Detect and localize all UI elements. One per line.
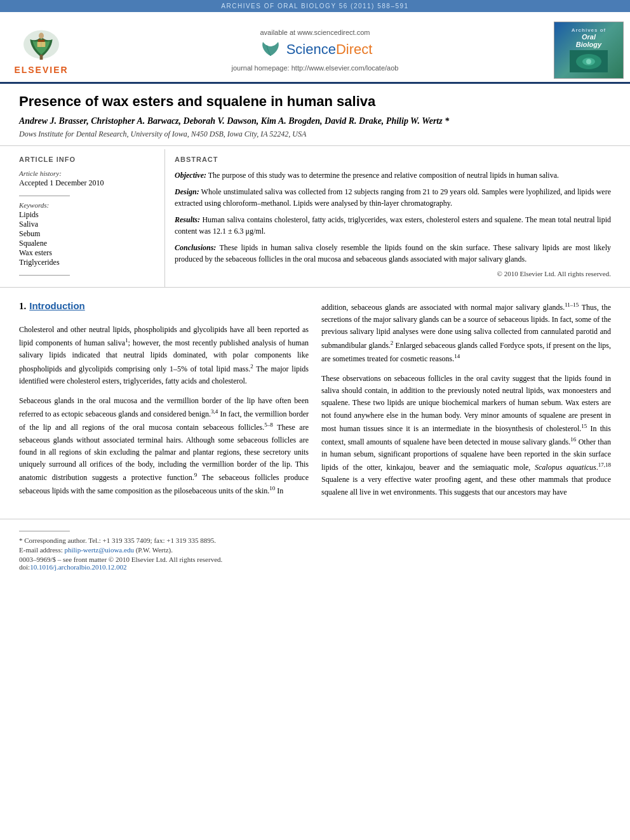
- results-label: Results:: [175, 215, 200, 224]
- conclusions-text: These lipids in human saliva closely res…: [175, 243, 611, 263]
- journal-cover-text: Archives of Oral Biology: [570, 27, 608, 74]
- abstract-heading: ABSTRACT: [175, 156, 611, 163]
- abstract-design: Design: Whole unstimulated saliva was co…: [175, 186, 611, 209]
- email-line: E-mail address: philip-wertz@uiowa.edu (…: [19, 546, 611, 554]
- intro-paragraph-2: Sebaceous glands in the oral mucosa and …: [19, 395, 309, 498]
- keyword-sebum: Sebum: [19, 229, 155, 239]
- left-column: 1. Introduction Cholesterol and other ne…: [19, 300, 309, 506]
- keyword-saliva: Saliva: [19, 220, 155, 229]
- introduction-heading: 1. Introduction: [19, 300, 309, 317]
- intro-paragraph-1: Cholesterol and other neutral lipids, ph…: [19, 324, 309, 387]
- sciencedirect-header: available at www.sciencedirect.com Scien…: [83, 18, 547, 82]
- objective-text: The purpose of this study was to determi…: [208, 171, 559, 180]
- corresponding-author: * Corresponding author. Tel.: +1 319 335…: [19, 537, 611, 544]
- article-history-section: Article history: Accepted 1 December 201…: [19, 170, 155, 188]
- keyword-lipids: Lipids: [19, 210, 155, 220]
- keywords-label: Keywords:: [19, 201, 155, 209]
- keyword-wax-esters: Wax esters: [19, 248, 155, 258]
- keyword-triglycerides: Triglycerides: [19, 258, 155, 267]
- sciencedirect-text: ScienceDirect: [286, 41, 373, 58]
- article-info-abstract-section: ARTICLE INFO Article history: Accepted 1…: [0, 149, 630, 288]
- journal-header-bar: ARCHIVES OF ORAL BIOLOGY 56 (2011) 588–5…: [0, 0, 630, 12]
- journal-homepage-text: journal homepage: http://www.elsevier.co…: [232, 64, 399, 72]
- abstract-panel: ABSTRACT Objective: The purpose of this …: [165, 149, 611, 287]
- elsevier-tree-icon: [16, 25, 67, 63]
- article-info-panel: ARTICLE INFO Article history: Accepted 1…: [19, 149, 165, 287]
- available-at-text: available at www.sciencedirect.com: [260, 29, 370, 36]
- abstract-conclusions: Conclusions: These lipids in human saliv…: [175, 242, 611, 265]
- svg-point-2: [39, 33, 44, 39]
- results-text: Human saliva contains cholesterol, fatty…: [175, 215, 611, 236]
- divider: [19, 196, 70, 196]
- elsevier-logo-area: ELSEVIER: [0, 18, 83, 82]
- article-info-heading: ARTICLE INFO: [19, 156, 155, 163]
- design-text: Whole unstimulated saliva was collected …: [175, 187, 611, 208]
- sciencedirect-leaf-icon: [258, 40, 283, 59]
- journal-cover: Archives of Oral Biology: [554, 22, 624, 79]
- journal-cover-area: Archives of Oral Biology: [547, 18, 630, 82]
- svg-rect-1: [40, 55, 43, 60]
- section-title: Introduction: [29, 300, 84, 311]
- elsevier-brand-text: ELSEVIER: [14, 65, 68, 75]
- keywords-section: Keywords: Lipids Saliva Sebum Squalene W…: [19, 201, 155, 267]
- section-number: 1.: [19, 301, 26, 312]
- corresponding-text: * Corresponding author. Tel.: +1 319 335…: [19, 537, 216, 544]
- svg-point-8: [586, 59, 591, 64]
- article-title: Presence of wax esters and squalene in h…: [19, 93, 611, 110]
- copyright-text: © 2010 Elsevier Ltd. All rights reserved…: [175, 270, 611, 277]
- footer-notes: * Corresponding author. Tel.: +1 319 335…: [0, 519, 630, 577]
- right-paragraph-1: addition, sebaceous glands are associate…: [321, 300, 611, 365]
- right-paragraph-2: These observations on sebaceous follicle…: [321, 373, 611, 498]
- abstract-objective: Objective: The purpose of this study was…: [175, 170, 611, 181]
- doi-link[interactable]: 10.1016/j.archoralbio.2010.12.002: [30, 563, 126, 571]
- main-content-area: 1. Introduction Cholesterol and other ne…: [0, 288, 630, 519]
- page-header: ELSEVIER available at www.sciencedirect.…: [0, 12, 630, 84]
- right-column: addition, sebaceous glands are associate…: [321, 300, 611, 506]
- email-link[interactable]: philip-wertz@uiowa.edu: [64, 546, 133, 554]
- objective-label: Objective:: [175, 171, 206, 180]
- conclusions-label: Conclusions:: [175, 243, 216, 252]
- elsevier-logo: ELSEVIER: [10, 25, 73, 76]
- article-title-section: Presence of wax esters and squalene in h…: [0, 84, 630, 146]
- sciencedirect-logo: ScienceDirect: [258, 40, 373, 59]
- abstract-results: Results: Human saliva contains cholester…: [175, 214, 611, 237]
- cover-image-icon: [570, 50, 608, 72]
- affiliation-text: Dows Institute for Dental Research, Univ…: [19, 130, 611, 139]
- keyword-squalene: Squalene: [19, 239, 155, 248]
- accepted-date: Accepted 1 December 2010: [19, 178, 155, 188]
- divider-2: [19, 275, 70, 276]
- authors-list: Andrew J. Brasser, Christopher A. Barwac…: [19, 116, 611, 126]
- design-label: Design:: [175, 187, 199, 196]
- doi-line: doi:10.1016/j.archoralbio.2010.12.002: [19, 563, 611, 571]
- journal-title: ARCHIVES OF ORAL BIOLOGY 56 (2011) 588–5…: [221, 3, 408, 10]
- footer-divider: [19, 531, 70, 531]
- open-access-line: 0003–9969/$ – see front matter © 2010 El…: [19, 556, 611, 563]
- history-label: Article history:: [19, 170, 155, 177]
